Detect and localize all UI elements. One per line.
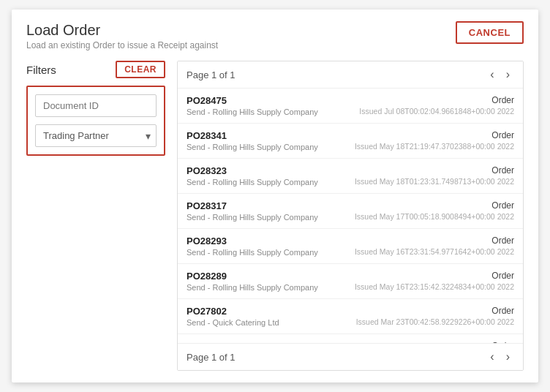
order-type: Order [355,130,514,140]
pagination-nav-bottom: ‹ › [486,350,514,364]
order-left: PO28475 Send - Rolling Hills Supply Comp… [187,95,318,116]
filters-title: Filters [26,64,56,76]
order-partner: Send - Rolling Hills Supply Company [187,143,318,151]
order-right: Order Issued Jul 08T00:02:04.9661848+00:… [359,95,514,116]
order-date: Issued May 18T21:19:47.3702388+00:00 202… [355,142,514,151]
order-date: Issued May 16T23:15:42.3224834+00:00 202… [355,282,514,291]
order-row[interactable]: PO28323 Send - Rolling Hills Supply Comp… [178,159,523,194]
order-left: PO28341 Send - Rolling Hills Supply Comp… [187,130,318,151]
order-row[interactable]: PO27802 Send - Quick Catering Ltd Order … [178,299,523,334]
order-partner: Send - Rolling Hills Supply Company [187,283,318,292]
pagination-nav-top: ‹ › [486,67,514,82]
order-left: PO28323 Send - Rolling Hills Supply Comp… [187,165,318,186]
clear-button[interactable]: CLEAR [116,61,165,78]
dialog-body: Filters CLEAR Trading Partner Rolling Hi… [26,61,524,371]
order-left: PO28289 Send - Rolling Hills Supply Comp… [187,271,318,292]
order-right: Order Issued May 16T23:31:54.9771642+00:… [355,235,514,256]
order-partner: Send - Rolling Hills Supply Company [187,213,318,222]
order-id: PO28475 [187,95,318,106]
order-type: Order [355,271,514,281]
trading-partner-wrapper: Trading Partner Rolling Hills Supply Com… [35,124,157,147]
order-right: Order Issued May 18T21:19:47.3702388+00:… [355,130,514,151]
orders-list: PO28475 Send - Rolling Hills Supply Comp… [178,88,523,343]
order-left: PO28317 Send - Rolling Hills Supply Comp… [187,200,318,222]
order-right: Order Issued May 16T23:15:42.3224834+00:… [355,271,514,291]
order-type: Order [355,165,514,176]
trading-partner-select[interactable]: Trading Partner Rolling Hills Supply Com… [35,124,157,147]
pagination-bar-top: Page 1 of 1 ‹ › [178,61,523,88]
filters-box: Trading Partner Rolling Hills Supply Com… [26,86,165,156]
order-right: Order Issued May 18T01:23:31.7498713+00:… [355,165,514,186]
filters-header: Filters CLEAR [26,61,165,78]
order-row[interactable]: PO28341 Send - Rolling Hills Supply Comp… [178,124,523,159]
order-type: Order [359,95,514,105]
order-right: Order Issued Mar 23T00:42:58.9229226+00:… [356,306,514,326]
order-row[interactable]: PO27795 Send - Quick Catering Ltd Order … [178,334,523,343]
dialog-title: Load Order [26,21,218,39]
order-row[interactable]: PO28289 Send - Rolling Hills Supply Comp… [178,264,523,299]
load-order-dialog: Load Order Load an existing Order to iss… [12,10,538,382]
order-partner: Send - Rolling Hills Supply Company [187,178,318,186]
order-partner: Send - Rolling Hills Supply Company [187,108,318,116]
next-page-button-bottom[interactable]: › [502,350,514,364]
order-id: PO27802 [187,306,279,317]
prev-page-button-bottom[interactable]: ‹ [486,350,498,364]
order-partner: Send - Quick Catering Ltd [187,318,279,327]
order-date: Issued May 18T01:23:31.7498713+00:00 202… [355,177,514,186]
orders-panel: Page 1 of 1 ‹ › PO28475 Send - Rolling H… [177,61,524,371]
title-area: Load Order Load an existing Order to iss… [26,21,218,50]
next-page-button-top[interactable]: › [502,67,514,82]
order-row[interactable]: PO28293 Send - Rolling Hills Supply Comp… [178,229,523,264]
pagination-info-top: Page 1 of 1 [187,69,236,80]
order-date: Issued Jul 08T00:02:04.9661848+00:00 202… [359,107,514,116]
order-date: Issued Mar 23T00:42:58.9229226+00:00 202… [356,317,514,326]
order-id: PO28341 [187,130,318,141]
order-left: PO27802 Send - Quick Catering Ltd [187,306,279,327]
order-right: Order Issued May 17T00:05:18.9008494+00:… [355,200,514,221]
order-id: PO28317 [187,200,318,211]
order-id: PO28293 [187,235,318,246]
order-id: PO28323 [187,165,318,176]
order-row[interactable]: PO28475 Send - Rolling Hills Supply Comp… [178,88,523,124]
order-left: PO28293 Send - Rolling Hills Supply Comp… [187,235,318,257]
order-type: Order [355,200,514,211]
order-type: Order [355,235,514,246]
dialog-header: Load Order Load an existing Order to iss… [26,21,524,50]
filters-panel: Filters CLEAR Trading Partner Rolling Hi… [26,61,165,371]
order-date: Issued May 16T23:31:54.9771642+00:00 202… [355,247,514,256]
order-row[interactable]: PO28317 Send - Rolling Hills Supply Comp… [178,194,523,229]
prev-page-button-top[interactable]: ‹ [486,67,498,82]
pagination-info-bottom: Page 1 of 1 [187,352,236,363]
order-type: Order [356,306,514,316]
cancel-button[interactable]: CANCEL [456,21,524,44]
pagination-bar-bottom: Page 1 of 1 ‹ › [178,343,523,370]
dialog-subtitle: Load an existing Order to issue a Receip… [26,40,218,50]
order-date: Issued May 17T00:05:18.9008494+00:00 202… [355,212,514,221]
order-id: PO28289 [187,271,318,282]
document-id-input[interactable] [35,94,157,117]
order-partner: Send - Rolling Hills Supply Company [187,248,318,257]
